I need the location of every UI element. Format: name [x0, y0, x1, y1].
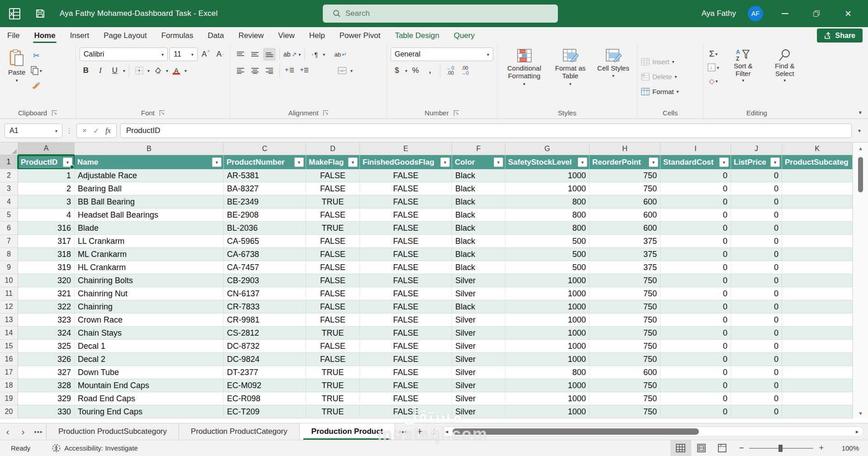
- ribbon-tab-formulas[interactable]: Formulas: [154, 27, 201, 44]
- row-header-14[interactable]: 14: [0, 327, 18, 340]
- cell-K17[interactable]: [782, 366, 853, 379]
- hscroll-thumb[interactable]: [453, 428, 699, 435]
- scroll-up-arrow[interactable]: ▴: [853, 142, 868, 153]
- cell-F17[interactable]: Silver: [452, 366, 505, 379]
- cell-E13[interactable]: FALSE: [360, 314, 452, 327]
- cell-C19[interactable]: EC-R098: [224, 392, 306, 405]
- filter-button[interactable]: ▾: [440, 157, 450, 167]
- sheet-nav-right-icon[interactable]: ›: [15, 426, 31, 437]
- cell-F2[interactable]: Black: [452, 169, 505, 182]
- top-align-button[interactable]: [234, 48, 247, 61]
- cell-H9[interactable]: 375: [590, 261, 660, 274]
- cell-J15[interactable]: 0: [731, 340, 782, 353]
- cell-B6[interactable]: Blade: [75, 222, 224, 235]
- underline-button[interactable]: U: [108, 64, 121, 77]
- font-name-select[interactable]: Calibri▾: [80, 48, 168, 61]
- row-header-12[interactable]: 12: [0, 300, 18, 314]
- column-header-G[interactable]: G: [505, 142, 590, 155]
- cell-H18[interactable]: 750: [590, 379, 660, 392]
- cell-K12[interactable]: [782, 300, 853, 314]
- zoom-level[interactable]: 100%: [833, 444, 859, 452]
- row-header-10[interactable]: 10: [0, 274, 18, 287]
- decrease-indent-button[interactable]: [283, 64, 296, 77]
- cell-J13[interactable]: 0: [731, 314, 782, 327]
- cell-H16[interactable]: 750: [590, 353, 660, 366]
- hscroll-right-arrow[interactable]: ▸: [851, 428, 863, 435]
- cell-A12[interactable]: 322: [18, 300, 75, 314]
- fill-button[interactable]: ↓▾: [707, 61, 720, 74]
- cell-H3[interactable]: 750: [590, 182, 660, 195]
- format-as-table-button[interactable]: Format as Table ▾: [548, 48, 593, 106]
- ribbon-tab-help[interactable]: Help: [302, 27, 332, 44]
- filter-button[interactable]: ▾: [770, 157, 780, 167]
- cell-J11[interactable]: 0: [731, 287, 782, 300]
- cell-D18[interactable]: TRUE: [306, 379, 360, 392]
- bold-button[interactable]: B: [80, 64, 92, 77]
- row-header-3[interactable]: 3: [0, 182, 18, 195]
- cell-A7[interactable]: 317: [18, 235, 75, 248]
- cell-J14[interactable]: 0: [731, 327, 782, 340]
- cell-I3[interactable]: 0: [660, 182, 731, 195]
- cell-E12[interactable]: FALSE: [360, 300, 452, 314]
- table-header-Name[interactable]: Name▾: [75, 155, 224, 169]
- cell-F5[interactable]: Black: [452, 209, 505, 222]
- drag-handle[interactable]: ⋮: [66, 127, 73, 135]
- cell-D8[interactable]: FALSE: [306, 248, 360, 261]
- filter-button[interactable]: ▾: [719, 157, 729, 167]
- cell-E8[interactable]: FALSE: [360, 248, 452, 261]
- cancel-icon[interactable]: ×: [82, 126, 87, 135]
- autosum-button[interactable]: Σ▾: [707, 48, 720, 60]
- cell-G5[interactable]: 800: [505, 209, 590, 222]
- cell-J20[interactable]: 0: [731, 405, 782, 418]
- cell-J8[interactable]: 0: [731, 248, 782, 261]
- cell-E10[interactable]: FALSE: [360, 274, 452, 287]
- insert-cells-button[interactable]: Insert▾: [641, 55, 699, 69]
- cell-K9[interactable]: [782, 261, 853, 274]
- cell-I4[interactable]: 0: [660, 195, 731, 209]
- ribbon-tab-page-layout[interactable]: Page Layout: [96, 27, 154, 44]
- cell-C7[interactable]: CA-5965: [224, 235, 306, 248]
- scroll-down-arrow[interactable]: ▾: [853, 408, 868, 418]
- cell-E7[interactable]: FALSE: [360, 235, 452, 248]
- cell-B2[interactable]: Adjustable Race: [75, 169, 224, 182]
- format-cells-button[interactable]: Format▾: [641, 85, 699, 99]
- cell-K7[interactable]: [782, 235, 853, 248]
- font-dialog-launcher[interactable]: ↘: [159, 110, 165, 116]
- cell-C5[interactable]: BE-2908: [224, 209, 306, 222]
- column-header-H[interactable]: H: [590, 142, 660, 155]
- cell-C14[interactable]: CS-2812: [224, 327, 306, 340]
- cell-D14[interactable]: TRUE: [306, 327, 360, 340]
- table-header-StandardCost[interactable]: StandardCost▾: [660, 155, 731, 169]
- user-name[interactable]: Aya Fathy: [702, 9, 736, 18]
- cell-B17[interactable]: Down Tube: [75, 366, 224, 379]
- horizontal-scrollbar[interactable]: ◂ ▸: [440, 427, 863, 437]
- decrease-font-button[interactable]: Aˇ: [214, 48, 226, 61]
- paste-button[interactable]: Paste ▾: [4, 48, 30, 106]
- conditional-formatting-button[interactable]: Conditional Formatting ▾: [502, 48, 547, 106]
- cell-K8[interactable]: [782, 248, 853, 261]
- cell-D6[interactable]: TRUE: [306, 222, 360, 235]
- bottom-align-button[interactable]: [263, 48, 276, 61]
- cell-I16[interactable]: 0: [660, 353, 731, 366]
- filter-button[interactable]: ▾: [494, 157, 503, 167]
- cell-A10[interactable]: 320: [18, 274, 75, 287]
- find-select-button[interactable]: Find & Select ▾: [763, 48, 807, 106]
- table-header-MakeFlag[interactable]: MakeFlag▾: [306, 155, 360, 169]
- cell-B12[interactable]: Chainring: [75, 300, 224, 314]
- cell-D4[interactable]: TRUE: [306, 195, 360, 209]
- zoom-thumb[interactable]: [778, 445, 783, 452]
- row-header-20[interactable]: 20: [0, 405, 18, 418]
- ribbon-tab-data[interactable]: Data: [201, 27, 231, 44]
- cell-C12[interactable]: CR-7833: [224, 300, 306, 314]
- cell-I20[interactable]: 0: [660, 405, 731, 418]
- sheet-tab-production-productcategory[interactable]: Production ProductCategory: [179, 423, 300, 440]
- align-right-button[interactable]: [263, 64, 276, 77]
- cell-D7[interactable]: FALSE: [306, 235, 360, 248]
- cell-G19[interactable]: 1000: [505, 392, 590, 405]
- cell-E5[interactable]: FALSE: [360, 209, 452, 222]
- cell-D12[interactable]: FALSE: [306, 300, 360, 314]
- cell-A15[interactable]: 325: [18, 340, 75, 353]
- cell-G18[interactable]: 1000: [505, 379, 590, 392]
- cell-G20[interactable]: 1000: [505, 405, 590, 418]
- cell-G7[interactable]: 500: [505, 235, 590, 248]
